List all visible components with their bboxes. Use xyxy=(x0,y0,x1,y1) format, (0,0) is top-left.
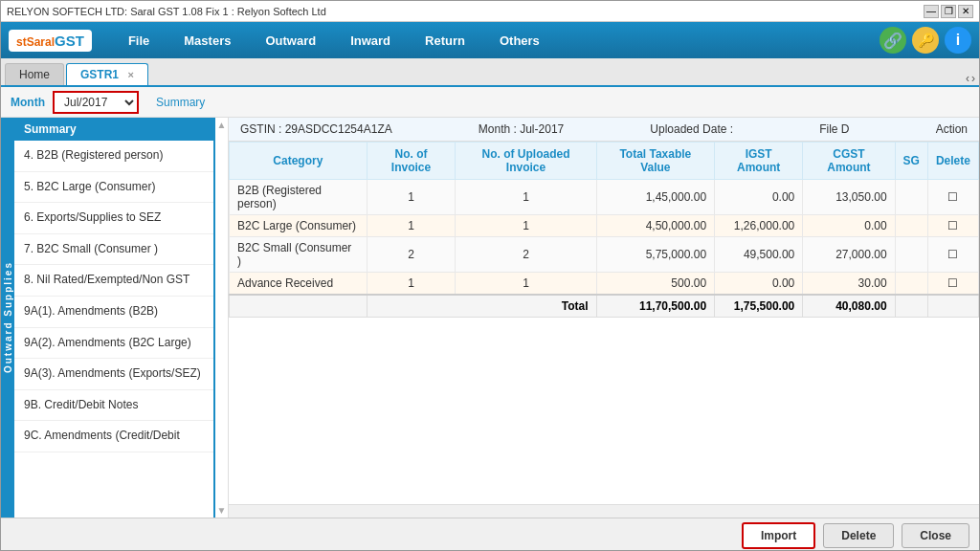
cell-category-1: B2C Large (Consumer) xyxy=(230,215,368,237)
cell-delete-3[interactable]: ☐ xyxy=(927,273,978,296)
menu-bar: stSaralGST File Masters Outward Inward R… xyxy=(1,22,979,58)
sidebar-item-9a2[interactable]: 9A(2). Amendments (B2C Large) xyxy=(14,328,213,360)
col-total-taxable: Total Taxable Value xyxy=(596,143,714,180)
col-no-uploaded: No. of Uploaded Invoice xyxy=(456,143,596,180)
total-label xyxy=(230,295,368,318)
close-window-button[interactable]: ✕ xyxy=(958,5,973,18)
col-delete: Delete xyxy=(927,143,978,180)
key-icon[interactable]: 🔑 xyxy=(912,27,939,54)
cell-sg-3 xyxy=(895,273,927,296)
cell-cgst-2: 27,000.00 xyxy=(803,237,895,273)
col-igst: IGST Amount xyxy=(715,143,803,180)
sidebar-item-9b[interactable]: 9B. Credit/Debit Notes xyxy=(14,390,213,422)
total-sg xyxy=(895,295,927,318)
cell-delete-0[interactable]: ☐ xyxy=(927,180,978,215)
cell-total-3: 500.00 xyxy=(596,273,714,296)
menu-masters[interactable]: Masters xyxy=(167,28,248,54)
cell-no-uploaded-2: 2 xyxy=(456,237,596,273)
total-delete xyxy=(927,295,978,318)
title-text: RELYON SOFTECH LTD: Saral GST 1.08 Fix 1… xyxy=(7,6,326,17)
logo-text: st xyxy=(16,35,27,49)
tab-home[interactable]: Home xyxy=(5,63,64,85)
sidebar-item-b2b[interactable]: 4. B2B (Registered person) xyxy=(14,141,213,172)
import-button[interactable]: Import xyxy=(742,522,815,549)
sidebar-scrollbar[interactable]: ▲ ▼ xyxy=(215,118,229,518)
scroll-down[interactable]: ▼ xyxy=(217,505,227,516)
summary-link[interactable]: Summary xyxy=(156,96,205,109)
sidebar[interactable]: Summary 4. B2B (Registered person) 5. B2… xyxy=(14,118,215,518)
table-scroll[interactable]: Category No. of Invoice No. of Uploaded … xyxy=(229,142,979,504)
col-cgst: CGST Amount xyxy=(803,143,895,180)
cell-sg-1 xyxy=(895,215,927,237)
total-row: Total 11,70,500.00 1,75,500.00 40,080.00 xyxy=(230,295,979,318)
tab-gstr1[interactable]: GSTR1 × xyxy=(66,63,148,85)
main-content: Outward Supplies Summary 4. B2B (Registe… xyxy=(1,118,979,518)
cell-total-1: 4,50,000.00 xyxy=(596,215,714,237)
sidebar-item-b2c-small[interactable]: 7. B2C Small (Consumer ) xyxy=(14,234,213,266)
tab-bar: Home GSTR1 × ‹ › xyxy=(1,58,979,87)
gstin-label: GSTIN : 29ASDCC1254A1ZA xyxy=(240,122,392,136)
sidebar-item-b2c-large[interactable]: 5. B2C Large (Consumer) xyxy=(14,172,213,204)
col-category: Category xyxy=(230,143,368,180)
tab-prev[interactable]: ‹ xyxy=(966,72,969,85)
cell-no-invoice-0: 1 xyxy=(367,180,456,215)
restore-button[interactable]: ❐ xyxy=(941,5,956,18)
title-bar: RELYON SOFTECH LTD: Saral GST 1.08 Fix 1… xyxy=(1,1,979,22)
delete-button[interactable]: Delete xyxy=(823,523,894,548)
table-row: B2C Large (Consumer) 1 1 4,50,000.00 1,2… xyxy=(230,215,979,237)
cell-no-uploaded-0: 1 xyxy=(456,180,596,215)
network-icon[interactable]: 🔗 xyxy=(880,27,906,54)
cell-no-invoice-1: 1 xyxy=(367,215,456,237)
sidebar-item-9a3[interactable]: 9A(3). Amendments (Exports/SEZ) xyxy=(14,359,213,390)
menu-right-icons: 🔗 🔑 i xyxy=(880,27,971,54)
cell-no-uploaded-3: 1 xyxy=(456,273,596,296)
cell-igst-3: 0.00 xyxy=(715,273,803,296)
tab-gstr1-close[interactable]: × xyxy=(127,69,133,80)
cell-no-invoice-2: 2 xyxy=(367,237,456,273)
summary-table: Category No. of Invoice No. of Uploaded … xyxy=(229,142,979,318)
sidebar-title: Summary xyxy=(14,118,213,141)
sidebar-item-exports[interactable]: 6. Exports/Supplies to SEZ xyxy=(14,203,213,234)
minimize-button[interactable]: — xyxy=(924,5,939,18)
cell-category-2: B2C Small (Consumer ) xyxy=(230,237,368,273)
month-display: Month : Jul-2017 xyxy=(479,122,564,136)
sidebar-item-nil-rated[interactable]: 8. Nil Rated/Exempted/Non GST xyxy=(14,265,213,297)
scroll-up[interactable]: ▲ xyxy=(217,120,227,130)
cell-cgst-3: 30.00 xyxy=(803,273,895,296)
logo-saral: Saral xyxy=(27,35,55,49)
month-select[interactable]: Jul/2017 Aug/2017 Sep/2017 xyxy=(53,91,139,114)
app-logo: stSaralGST xyxy=(9,30,92,52)
table-row: Advance Received 1 1 500.00 0.00 30.00 ☐ xyxy=(230,273,979,296)
menu-outward[interactable]: Outward xyxy=(248,28,333,54)
close-button[interactable]: Close xyxy=(902,523,969,548)
month-label: Month xyxy=(11,96,45,109)
cell-delete-2[interactable]: ☐ xyxy=(927,237,978,273)
menu-return[interactable]: Return xyxy=(408,28,482,54)
filed-date-label: File D xyxy=(819,122,849,136)
table-header: GSTIN : 29ASDCC1254A1ZA Month : Jul-2017… xyxy=(229,118,979,142)
menu-others[interactable]: Others xyxy=(482,28,557,54)
total-text: Total xyxy=(367,295,596,318)
tab-navigation: ‹ › xyxy=(966,72,975,85)
side-strip-label: Outward Supplies xyxy=(3,261,13,373)
col-no-invoice: No. of Invoice xyxy=(367,143,456,180)
menu-inward[interactable]: Inward xyxy=(333,28,408,54)
info-icon[interactable]: i xyxy=(945,27,971,54)
col-sg: SG xyxy=(895,143,927,180)
cell-category-3: Advance Received xyxy=(230,273,368,296)
sidebar-item-9c[interactable]: 9C. Amendments (Credit/Debit xyxy=(14,421,213,452)
tab-next[interactable]: › xyxy=(971,72,975,85)
uploaded-date-label: Uploaded Date : xyxy=(650,122,733,136)
total-cgst: 40,080.00 xyxy=(803,295,895,318)
month-bar: Month Jul/2017 Aug/2017 Sep/2017 Summary xyxy=(1,87,979,118)
cell-delete-1[interactable]: ☐ xyxy=(927,215,978,237)
logo-gst: GST xyxy=(55,33,84,49)
cell-sg-2 xyxy=(895,237,927,273)
sidebar-item-9a1[interactable]: 9A(1). Amendments (B2B) xyxy=(14,297,213,328)
menu-file[interactable]: File xyxy=(111,28,167,54)
bottom-bar: Import Delete Close xyxy=(1,518,979,551)
cell-no-invoice-3: 1 xyxy=(367,273,456,296)
horizontal-scrollbar[interactable] xyxy=(229,504,979,518)
total-igst: 1,75,500.00 xyxy=(715,295,803,318)
cell-sg-0 xyxy=(895,180,927,215)
